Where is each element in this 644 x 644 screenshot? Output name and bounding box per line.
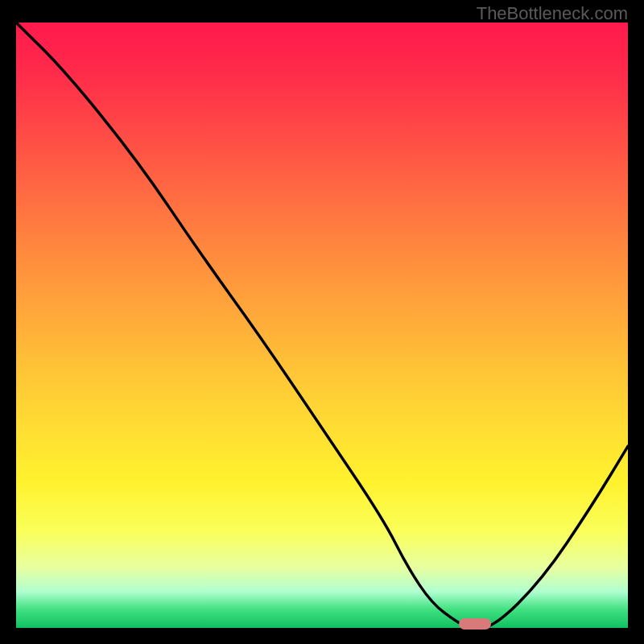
optimal-marker (459, 618, 491, 630)
watermark-text: TheBottleneck.com (477, 3, 628, 24)
plot-area (16, 23, 628, 628)
bottleneck-curve (16, 23, 628, 628)
